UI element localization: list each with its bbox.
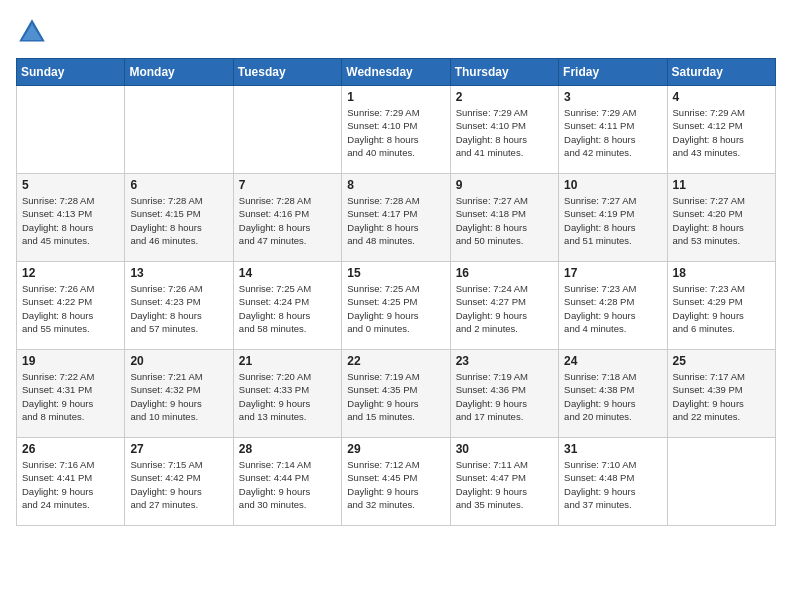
day-number: 11 xyxy=(673,178,770,192)
calendar-cell: 23Sunrise: 7:19 AM Sunset: 4:36 PM Dayli… xyxy=(450,350,558,438)
calendar-cell: 20Sunrise: 7:21 AM Sunset: 4:32 PM Dayli… xyxy=(125,350,233,438)
weekday-header: Sunday xyxy=(17,59,125,86)
day-number: 23 xyxy=(456,354,553,368)
calendar-cell: 1Sunrise: 7:29 AM Sunset: 4:10 PM Daylig… xyxy=(342,86,450,174)
day-number: 14 xyxy=(239,266,336,280)
day-info: Sunrise: 7:29 AM Sunset: 4:10 PM Dayligh… xyxy=(347,106,444,159)
calendar-cell: 16Sunrise: 7:24 AM Sunset: 4:27 PM Dayli… xyxy=(450,262,558,350)
day-info: Sunrise: 7:23 AM Sunset: 4:28 PM Dayligh… xyxy=(564,282,661,335)
calendar-cell: 21Sunrise: 7:20 AM Sunset: 4:33 PM Dayli… xyxy=(233,350,341,438)
calendar-cell: 4Sunrise: 7:29 AM Sunset: 4:12 PM Daylig… xyxy=(667,86,775,174)
calendar-cell: 24Sunrise: 7:18 AM Sunset: 4:38 PM Dayli… xyxy=(559,350,667,438)
calendar-cell: 3Sunrise: 7:29 AM Sunset: 4:11 PM Daylig… xyxy=(559,86,667,174)
calendar-cell: 6Sunrise: 7:28 AM Sunset: 4:15 PM Daylig… xyxy=(125,174,233,262)
day-info: Sunrise: 7:28 AM Sunset: 4:15 PM Dayligh… xyxy=(130,194,227,247)
day-number: 25 xyxy=(673,354,770,368)
calendar-cell: 26Sunrise: 7:16 AM Sunset: 4:41 PM Dayli… xyxy=(17,438,125,526)
day-info: Sunrise: 7:18 AM Sunset: 4:38 PM Dayligh… xyxy=(564,370,661,423)
day-info: Sunrise: 7:25 AM Sunset: 4:25 PM Dayligh… xyxy=(347,282,444,335)
day-number: 24 xyxy=(564,354,661,368)
calendar-cell: 25Sunrise: 7:17 AM Sunset: 4:39 PM Dayli… xyxy=(667,350,775,438)
calendar-cell: 10Sunrise: 7:27 AM Sunset: 4:19 PM Dayli… xyxy=(559,174,667,262)
page-header xyxy=(16,16,776,48)
day-number: 5 xyxy=(22,178,119,192)
calendar-cell: 31Sunrise: 7:10 AM Sunset: 4:48 PM Dayli… xyxy=(559,438,667,526)
calendar-cell: 12Sunrise: 7:26 AM Sunset: 4:22 PM Dayli… xyxy=(17,262,125,350)
day-info: Sunrise: 7:24 AM Sunset: 4:27 PM Dayligh… xyxy=(456,282,553,335)
day-info: Sunrise: 7:15 AM Sunset: 4:42 PM Dayligh… xyxy=(130,458,227,511)
day-number: 10 xyxy=(564,178,661,192)
day-info: Sunrise: 7:27 AM Sunset: 4:18 PM Dayligh… xyxy=(456,194,553,247)
day-number: 18 xyxy=(673,266,770,280)
calendar-cell: 27Sunrise: 7:15 AM Sunset: 4:42 PM Dayli… xyxy=(125,438,233,526)
day-info: Sunrise: 7:19 AM Sunset: 4:36 PM Dayligh… xyxy=(456,370,553,423)
day-number: 16 xyxy=(456,266,553,280)
weekday-header: Monday xyxy=(125,59,233,86)
calendar-cell: 14Sunrise: 7:25 AM Sunset: 4:24 PM Dayli… xyxy=(233,262,341,350)
day-number: 28 xyxy=(239,442,336,456)
day-info: Sunrise: 7:11 AM Sunset: 4:47 PM Dayligh… xyxy=(456,458,553,511)
day-number: 2 xyxy=(456,90,553,104)
calendar-cell: 15Sunrise: 7:25 AM Sunset: 4:25 PM Dayli… xyxy=(342,262,450,350)
day-number: 20 xyxy=(130,354,227,368)
calendar-cell: 13Sunrise: 7:26 AM Sunset: 4:23 PM Dayli… xyxy=(125,262,233,350)
day-info: Sunrise: 7:22 AM Sunset: 4:31 PM Dayligh… xyxy=(22,370,119,423)
day-number: 1 xyxy=(347,90,444,104)
calendar-cell xyxy=(17,86,125,174)
calendar-cell: 18Sunrise: 7:23 AM Sunset: 4:29 PM Dayli… xyxy=(667,262,775,350)
weekday-header: Saturday xyxy=(667,59,775,86)
calendar-cell xyxy=(667,438,775,526)
day-info: Sunrise: 7:20 AM Sunset: 4:33 PM Dayligh… xyxy=(239,370,336,423)
day-info: Sunrise: 7:29 AM Sunset: 4:11 PM Dayligh… xyxy=(564,106,661,159)
day-info: Sunrise: 7:29 AM Sunset: 4:12 PM Dayligh… xyxy=(673,106,770,159)
day-info: Sunrise: 7:29 AM Sunset: 4:10 PM Dayligh… xyxy=(456,106,553,159)
day-number: 12 xyxy=(22,266,119,280)
calendar-table: SundayMondayTuesdayWednesdayThursdayFrid… xyxy=(16,58,776,526)
calendar-week-row: 1Sunrise: 7:29 AM Sunset: 4:10 PM Daylig… xyxy=(17,86,776,174)
day-number: 19 xyxy=(22,354,119,368)
logo xyxy=(16,16,52,48)
calendar-cell: 11Sunrise: 7:27 AM Sunset: 4:20 PM Dayli… xyxy=(667,174,775,262)
page-container: SundayMondayTuesdayWednesdayThursdayFrid… xyxy=(0,0,792,612)
day-number: 3 xyxy=(564,90,661,104)
calendar-header-row: SundayMondayTuesdayWednesdayThursdayFrid… xyxy=(17,59,776,86)
calendar-cell: 8Sunrise: 7:28 AM Sunset: 4:17 PM Daylig… xyxy=(342,174,450,262)
day-info: Sunrise: 7:14 AM Sunset: 4:44 PM Dayligh… xyxy=(239,458,336,511)
calendar-cell: 17Sunrise: 7:23 AM Sunset: 4:28 PM Dayli… xyxy=(559,262,667,350)
day-number: 13 xyxy=(130,266,227,280)
weekday-header: Wednesday xyxy=(342,59,450,86)
calendar-week-row: 5Sunrise: 7:28 AM Sunset: 4:13 PM Daylig… xyxy=(17,174,776,262)
day-number: 15 xyxy=(347,266,444,280)
logo-icon xyxy=(16,16,48,48)
calendar-cell: 30Sunrise: 7:11 AM Sunset: 4:47 PM Dayli… xyxy=(450,438,558,526)
calendar-cell: 22Sunrise: 7:19 AM Sunset: 4:35 PM Dayli… xyxy=(342,350,450,438)
day-info: Sunrise: 7:26 AM Sunset: 4:22 PM Dayligh… xyxy=(22,282,119,335)
day-info: Sunrise: 7:21 AM Sunset: 4:32 PM Dayligh… xyxy=(130,370,227,423)
calendar-cell xyxy=(233,86,341,174)
day-number: 30 xyxy=(456,442,553,456)
day-info: Sunrise: 7:17 AM Sunset: 4:39 PM Dayligh… xyxy=(673,370,770,423)
day-number: 27 xyxy=(130,442,227,456)
day-info: Sunrise: 7:27 AM Sunset: 4:20 PM Dayligh… xyxy=(673,194,770,247)
calendar-week-row: 12Sunrise: 7:26 AM Sunset: 4:22 PM Dayli… xyxy=(17,262,776,350)
day-info: Sunrise: 7:25 AM Sunset: 4:24 PM Dayligh… xyxy=(239,282,336,335)
calendar-cell: 29Sunrise: 7:12 AM Sunset: 4:45 PM Dayli… xyxy=(342,438,450,526)
day-info: Sunrise: 7:10 AM Sunset: 4:48 PM Dayligh… xyxy=(564,458,661,511)
day-info: Sunrise: 7:12 AM Sunset: 4:45 PM Dayligh… xyxy=(347,458,444,511)
day-info: Sunrise: 7:28 AM Sunset: 4:13 PM Dayligh… xyxy=(22,194,119,247)
day-number: 29 xyxy=(347,442,444,456)
calendar-cell: 5Sunrise: 7:28 AM Sunset: 4:13 PM Daylig… xyxy=(17,174,125,262)
day-info: Sunrise: 7:19 AM Sunset: 4:35 PM Dayligh… xyxy=(347,370,444,423)
weekday-header: Friday xyxy=(559,59,667,86)
calendar-cell xyxy=(125,86,233,174)
calendar-week-row: 19Sunrise: 7:22 AM Sunset: 4:31 PM Dayli… xyxy=(17,350,776,438)
calendar-cell: 9Sunrise: 7:27 AM Sunset: 4:18 PM Daylig… xyxy=(450,174,558,262)
day-info: Sunrise: 7:28 AM Sunset: 4:16 PM Dayligh… xyxy=(239,194,336,247)
day-info: Sunrise: 7:16 AM Sunset: 4:41 PM Dayligh… xyxy=(22,458,119,511)
calendar-cell: 28Sunrise: 7:14 AM Sunset: 4:44 PM Dayli… xyxy=(233,438,341,526)
day-number: 7 xyxy=(239,178,336,192)
day-number: 8 xyxy=(347,178,444,192)
day-number: 17 xyxy=(564,266,661,280)
day-number: 9 xyxy=(456,178,553,192)
day-number: 22 xyxy=(347,354,444,368)
